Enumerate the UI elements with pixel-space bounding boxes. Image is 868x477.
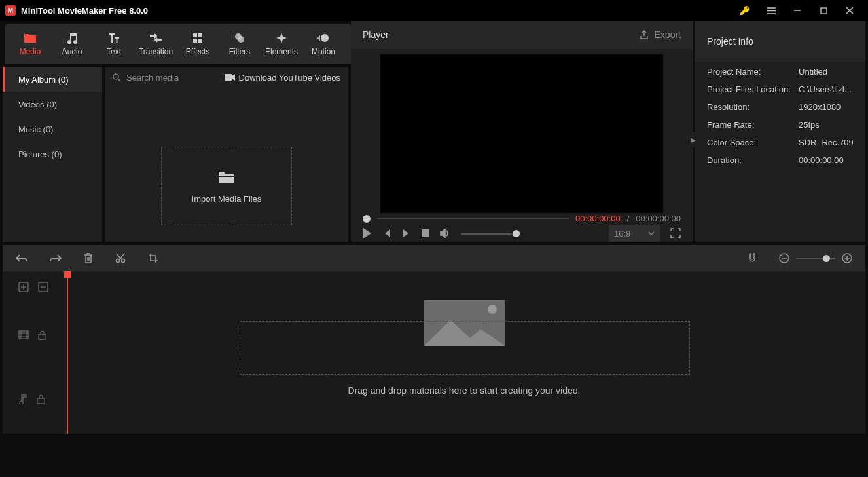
sparkle-icon [275,31,288,45]
timeline-drop-zone[interactable] [240,321,690,375]
timeline-tracks[interactable]: Drag and drop materials here to start cr… [63,271,865,434]
volume-slider[interactable] [461,233,520,235]
svg-point-8 [113,74,118,79]
music-note-icon [65,31,79,45]
chevron-down-icon [648,231,655,235]
track-add-row [3,271,63,303]
video-preview [351,54,693,213]
svg-rect-19 [39,334,46,339]
time-separator: / [627,214,630,223]
svg-rect-9 [225,74,232,81]
search-icon [113,73,121,82]
playhead[interactable] [67,271,68,434]
collapse-panel-button[interactable]: ▶ [690,132,696,147]
resolution-label: Resolution: [707,102,799,112]
seek-handle[interactable] [363,215,371,223]
project-name-label: Project Name: [707,67,799,77]
project-name-value: Untitled [799,67,827,77]
svg-rect-11 [422,229,429,237]
lock-audio-track-button[interactable] [37,394,45,404]
remove-track-button[interactable] [38,282,48,292]
tab-transition[interactable]: Transition [135,25,177,63]
undo-button[interactable] [16,254,27,263]
svg-point-6 [238,36,244,43]
aspect-ratio-select[interactable]: 16:9 [609,225,660,242]
export-icon [639,29,649,40]
folder-open-icon [217,169,236,185]
tab-text[interactable]: Text [93,25,135,63]
svg-rect-10 [219,176,234,177]
download-youtube-button[interactable]: Download YouTube Videos [225,73,340,83]
volume-button[interactable] [440,229,450,238]
delete-button[interactable] [84,253,93,263]
svg-point-13 [122,259,125,263]
video-track-icon [18,330,29,339]
next-frame-button[interactable] [402,229,411,238]
effects-icon [191,31,204,45]
motion-icon [317,31,330,45]
zoom-slider[interactable] [796,258,835,259]
prev-frame-button[interactable] [382,229,391,238]
maximize-button[interactable] [810,0,837,21]
duration-value: 00:00:00:00 [799,155,844,165]
player-title: Player [363,29,389,40]
search-input[interactable]: Search media [113,73,179,83]
crop-button[interactable] [148,253,158,263]
zoom-in-button[interactable] [842,253,852,263]
duration-label: Duration: [707,155,799,165]
tab-effects[interactable]: Effects [177,25,219,63]
lock-track-button[interactable] [38,330,46,340]
frame-rate-value: 25fps [799,120,820,130]
app-title: MiniTool MovieMaker Free 8.0.0 [21,6,148,16]
tab-motion[interactable]: Motion [302,25,344,63]
svg-rect-2 [198,33,202,37]
seek-track[interactable] [377,218,569,219]
split-button[interactable] [115,253,126,263]
close-button[interactable] [837,0,863,21]
track-headers [3,271,63,434]
stop-button[interactable] [422,229,429,237]
camera-icon [225,73,235,81]
color-space-label: Color Space: [707,138,799,147]
play-button[interactable] [363,228,372,238]
audio-track-icon [18,394,27,404]
color-space-value: SDR- Rec.709 [799,138,854,147]
current-time: 00:00:00:00 [575,214,621,223]
video-track-header [3,303,63,367]
svg-rect-18 [19,331,28,339]
text-icon [107,31,120,45]
import-media-button[interactable]: Import Media Files [161,147,292,225]
sidebar-item-music[interactable]: Music (0) [3,117,102,142]
svg-point-12 [117,259,120,263]
main-toolbar: Media Audio Text Transition Effects Filt… [5,24,351,64]
fullscreen-button[interactable] [670,228,681,238]
media-sidebar: My Album (0) Videos (0) Music (0) Pictur… [3,67,102,242]
add-track-button[interactable] [18,282,29,292]
timeline-drop-hint: Drag and drop materials here to start cr… [63,385,865,396]
menu-button[interactable] [758,0,784,21]
svg-point-22 [488,305,497,314]
redo-button[interactable] [50,254,62,263]
filters-icon [233,31,246,45]
export-button[interactable]: Export [639,29,681,40]
app-logo-icon: M [5,5,16,16]
sidebar-item-pictures[interactable]: Pictures (0) [3,142,102,166]
svg-rect-3 [193,39,197,43]
sidebar-item-my-album[interactable]: My Album (0) [3,67,102,92]
audio-track-header [3,367,63,431]
tab-filters[interactable]: Filters [219,25,261,63]
license-key-button[interactable] [732,0,758,21]
zoom-out-button[interactable] [779,253,789,263]
tab-media[interactable]: Media [9,25,51,63]
sidebar-item-videos[interactable]: Videos (0) [3,92,102,117]
minimize-button[interactable] [784,0,810,21]
svg-rect-4 [198,39,202,43]
project-info-panel: ▶ Project Info Project Name:Untitled Pro… [695,21,865,242]
transition-icon [149,31,162,45]
tab-audio[interactable]: Audio [51,25,93,63]
snap-button[interactable] [748,253,757,263]
project-location-label: Project Files Location: [707,85,799,94]
timeline: Drag and drop materials here to start cr… [3,245,865,434]
project-info-title: Project Info [707,36,753,47]
tab-elements[interactable]: Elements [261,25,302,63]
